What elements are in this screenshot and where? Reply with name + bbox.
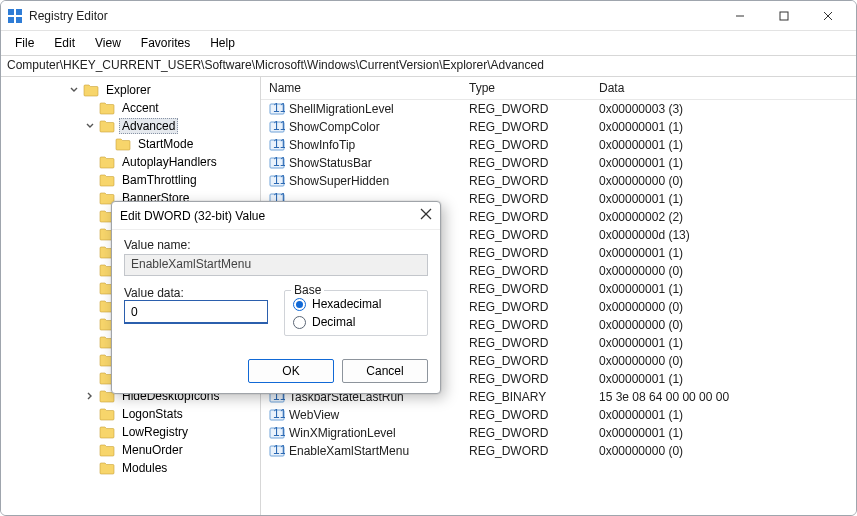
tree-item[interactable]: Accent bbox=[3, 99, 260, 117]
value-row[interactable]: 110WinXMigrationLevelREG_DWORD0x00000001… bbox=[261, 424, 856, 442]
base-legend: Base bbox=[291, 283, 324, 297]
dialog-buttons: OK Cancel bbox=[112, 353, 440, 393]
dialog-title: Edit DWORD (32-bit) Value bbox=[120, 209, 420, 223]
menu-favorites[interactable]: Favorites bbox=[133, 34, 198, 52]
dialog-body: Value name: EnableXamlStartMenu Value da… bbox=[112, 230, 440, 353]
radio-decimal[interactable]: Decimal bbox=[293, 315, 419, 329]
value-type: REG_DWORD bbox=[461, 208, 591, 226]
menu-view[interactable]: View bbox=[87, 34, 129, 52]
value-name: EnableXamlStartMenu bbox=[289, 444, 409, 458]
value-type: REG_DWORD bbox=[461, 118, 591, 136]
tree-item[interactable]: LowRegistry bbox=[3, 423, 260, 441]
value-row[interactable]: 110ShowCompColorREG_DWORD0x00000001 (1) bbox=[261, 118, 856, 136]
value-type: REG_DWORD bbox=[461, 226, 591, 244]
svg-text:110: 110 bbox=[273, 425, 285, 439]
value-data: 0x00000000 (0) bbox=[591, 316, 856, 334]
tree-item[interactable]: BamThrottling bbox=[3, 171, 260, 189]
title-bar: Registry Editor bbox=[1, 1, 856, 31]
value-data: 0x0000000d (13) bbox=[591, 226, 856, 244]
value-data: 15 3e 08 64 00 00 00 00 bbox=[591, 388, 856, 406]
value-data: 0x00000000 (0) bbox=[591, 262, 856, 280]
tree-item-label: Explorer bbox=[103, 83, 154, 97]
svg-rect-5 bbox=[780, 12, 788, 20]
value-row[interactable]: 110ShowStatusBarREG_DWORD0x00000001 (1) bbox=[261, 154, 856, 172]
reg-value-icon: 110 bbox=[269, 425, 285, 441]
value-row[interactable]: 110ShowInfoTipREG_DWORD0x00000001 (1) bbox=[261, 136, 856, 154]
svg-text:110: 110 bbox=[273, 407, 285, 421]
value-data: 0x00000001 (1) bbox=[591, 280, 856, 298]
menu-edit[interactable]: Edit bbox=[46, 34, 83, 52]
col-data[interactable]: Data bbox=[591, 77, 856, 100]
reg-value-icon: 110 bbox=[269, 137, 285, 153]
svg-text:110: 110 bbox=[273, 137, 285, 151]
base-group: Base Hexadecimal Decimal bbox=[284, 290, 428, 336]
value-data: 0x00000001 (1) bbox=[591, 118, 856, 136]
value-row[interactable]: 110ShellMigrationLevelREG_DWORD0x0000000… bbox=[261, 100, 856, 119]
chevron-down-icon[interactable] bbox=[67, 85, 81, 95]
menu-help[interactable]: Help bbox=[202, 34, 243, 52]
folder-icon bbox=[99, 173, 115, 187]
value-type: REG_DWORD bbox=[461, 154, 591, 172]
tree-item[interactable]: Modules bbox=[3, 459, 260, 477]
svg-text:110: 110 bbox=[273, 155, 285, 169]
value-type: REG_DWORD bbox=[461, 352, 591, 370]
value-data: 0x00000001 (1) bbox=[591, 136, 856, 154]
value-data-label: Value data: bbox=[124, 286, 268, 300]
chevron-down-icon[interactable] bbox=[83, 121, 97, 131]
value-name: WinXMigrationLevel bbox=[289, 426, 396, 440]
value-data: 0x00000001 (1) bbox=[591, 154, 856, 172]
app-icon bbox=[7, 8, 23, 24]
value-type: REG_DWORD bbox=[461, 172, 591, 190]
value-type: REG_DWORD bbox=[461, 406, 591, 424]
close-button[interactable] bbox=[806, 2, 850, 30]
value-name: ShowSuperHidden bbox=[289, 174, 389, 188]
tree-item[interactable]: Advanced bbox=[3, 117, 260, 135]
tree-item[interactable]: Explorer bbox=[3, 81, 260, 99]
chevron-right-icon[interactable] bbox=[83, 391, 97, 401]
ok-button[interactable]: OK bbox=[248, 359, 334, 383]
edit-dword-dialog: Edit DWORD (32-bit) Value Value name: En… bbox=[111, 201, 441, 394]
col-type[interactable]: Type bbox=[461, 77, 591, 100]
value-data: 0x00000001 (1) bbox=[591, 244, 856, 262]
value-data: 0x00000001 (1) bbox=[591, 370, 856, 388]
value-type: REG_DWORD bbox=[461, 298, 591, 316]
tree-item[interactable]: AutoplayHandlers bbox=[3, 153, 260, 171]
value-name: ShowCompColor bbox=[289, 120, 380, 134]
dialog-close-icon[interactable] bbox=[420, 208, 432, 223]
value-type: REG_DWORD bbox=[461, 424, 591, 442]
col-name[interactable]: Name bbox=[261, 77, 461, 100]
dialog-titlebar: Edit DWORD (32-bit) Value bbox=[112, 202, 440, 230]
value-row[interactable]: 110WebViewREG_DWORD0x00000001 (1) bbox=[261, 406, 856, 424]
folder-icon bbox=[99, 425, 115, 439]
value-data: 0x00000000 (0) bbox=[591, 298, 856, 316]
minimize-button[interactable] bbox=[718, 2, 762, 30]
tree-item[interactable]: LogonStats bbox=[3, 405, 260, 423]
reg-value-icon: 110 bbox=[269, 101, 285, 117]
svg-text:110: 110 bbox=[273, 443, 285, 457]
tree-item[interactable]: MenuOrder bbox=[3, 441, 260, 459]
value-data-input[interactable] bbox=[124, 300, 268, 324]
radio-hexadecimal[interactable]: Hexadecimal bbox=[293, 297, 419, 311]
tree-item-label: Modules bbox=[119, 461, 170, 475]
value-data: 0x00000000 (0) bbox=[591, 172, 856, 190]
radio-hex-label: Hexadecimal bbox=[312, 297, 381, 311]
reg-value-icon: 110 bbox=[269, 155, 285, 171]
value-type: REG_DWORD bbox=[461, 100, 591, 119]
tree-item-label: LowRegistry bbox=[119, 425, 191, 439]
maximize-button[interactable] bbox=[762, 2, 806, 30]
menu-file[interactable]: File bbox=[7, 34, 42, 52]
value-type: REG_BINARY bbox=[461, 388, 591, 406]
value-row[interactable]: 110EnableXamlStartMenuREG_DWORD0x0000000… bbox=[261, 442, 856, 460]
svg-text:110: 110 bbox=[273, 101, 285, 115]
value-data: 0x00000001 (1) bbox=[591, 190, 856, 208]
reg-value-icon: 110 bbox=[269, 173, 285, 189]
value-row[interactable]: 110ShowSuperHiddenREG_DWORD0x00000000 (0… bbox=[261, 172, 856, 190]
address-bar[interactable]: Computer\HKEY_CURRENT_USER\Software\Micr… bbox=[1, 55, 856, 77]
value-data: 0x00000000 (0) bbox=[591, 442, 856, 460]
folder-icon bbox=[99, 101, 115, 115]
tree-item-label: MenuOrder bbox=[119, 443, 186, 457]
reg-value-icon: 110 bbox=[269, 119, 285, 135]
tree-item[interactable]: StartMode bbox=[3, 135, 260, 153]
value-data: 0x00000000 (0) bbox=[591, 352, 856, 370]
cancel-button[interactable]: Cancel bbox=[342, 359, 428, 383]
